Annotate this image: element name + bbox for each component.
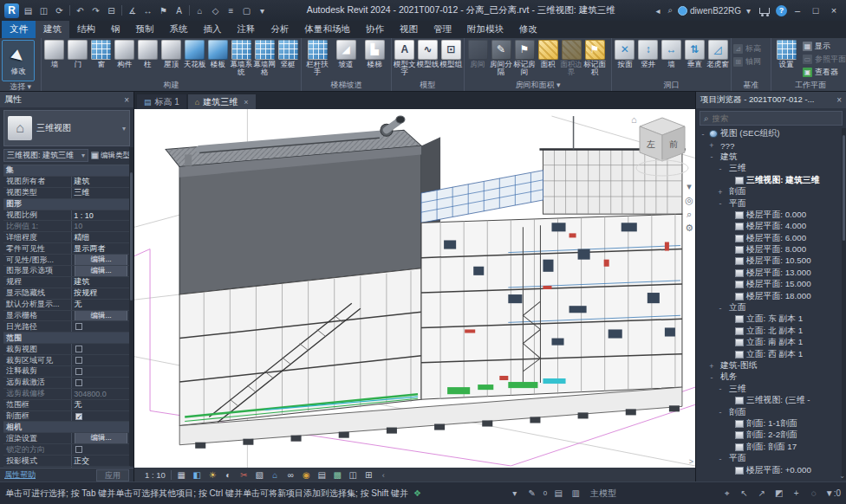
tree-item[interactable]: - 立面: [696, 302, 846, 313]
tree-item[interactable]: 楼层平面: 0.000: [696, 210, 846, 221]
steering-wheel-icon[interactable]: ◎: [685, 196, 693, 204]
temporary-view-properties-icon[interactable]: ▤: [316, 470, 328, 480]
property-row[interactable]: 集: [3, 165, 130, 177]
ribbon-button[interactable]: 屋顶: [160, 40, 183, 68]
view-tab-3d[interactable]: ⌂ 建筑三维 ×: [188, 94, 256, 109]
drag-on-selection-icon[interactable]: +: [791, 488, 803, 498]
property-row[interactable]: 注释裁剪: [3, 366, 130, 378]
ribbon-button[interactable]: 竖梃: [277, 40, 299, 68]
displacement-sets-icon[interactable]: ◫: [348, 470, 359, 480]
tree-expander-icon[interactable]: -: [717, 384, 724, 393]
tree-item[interactable]: - 视图 (SEC组织): [696, 128, 846, 139]
ribbon-button[interactable]: ◿ 老虎窗: [706, 40, 729, 68]
search-input[interactable]: [713, 113, 838, 123]
set-workplane-button[interactable]: 设置: [773, 40, 799, 80]
properties-close-icon[interactable]: ×: [124, 95, 129, 105]
tree-expander-icon[interactable]: +: [717, 188, 724, 197]
ribbon-button[interactable]: ▙ 楼梯: [361, 40, 388, 68]
ribbon-button[interactable]: ∿ 模型线: [417, 40, 439, 68]
tree-expander-icon[interactable]: -: [708, 373, 715, 382]
property-row[interactable]: 视图类型 三维: [3, 188, 130, 199]
zoom-tool-icon[interactable]: ⌕: [687, 210, 692, 218]
worksets-chevron-icon[interactable]: ▾: [509, 488, 521, 498]
tree-item[interactable]: - 平面: [696, 197, 846, 209]
property-row[interactable]: 裁剪视图: [3, 344, 130, 355]
text-icon[interactable]: A: [172, 3, 185, 17]
aligned-dimension-icon[interactable]: ↔: [141, 3, 154, 17]
properties-help-link[interactable]: 属性帮助: [4, 469, 36, 481]
user-menu-chevron-icon[interactable]: ▾: [744, 6, 753, 16]
help-icon[interactable]: ?: [776, 5, 787, 16]
property-row[interactable]: 渲染设置 编辑...: [3, 433, 130, 444]
tree-item[interactable]: 三维视图: 建筑三维: [696, 175, 846, 186]
type-selector[interactable]: ⌂ 三维视图 ▾: [3, 110, 130, 146]
property-row[interactable]: 详细程度 精细: [3, 232, 130, 243]
3d-building-model[interactable]: [134, 109, 695, 468]
browser-close-icon[interactable]: ×: [836, 95, 842, 105]
ribbon-tab[interactable]: 钢: [103, 21, 128, 38]
browser-scroll-chevron-icon[interactable]: ⌄: [839, 472, 845, 480]
ribbon-tab[interactable]: 协作: [358, 21, 392, 38]
editing-requests-icon[interactable]: ✎: [526, 488, 538, 498]
tree-item[interactable]: 楼层平面: 6.000: [696, 233, 846, 244]
ribbon-tab[interactable]: 文件: [2, 21, 36, 38]
apply-button[interactable]: 应用: [96, 469, 129, 481]
revit-logo-icon[interactable]: R: [4, 3, 19, 18]
ribbon-button[interactable]: 天花板: [183, 40, 205, 68]
redo-icon[interactable]: ↷: [89, 3, 102, 17]
tree-item[interactable]: 立面: 西 副本 1: [696, 348, 846, 359]
property-row[interactable]: 视图比例 1 : 10: [3, 210, 130, 222]
analytical-model-icon[interactable]: ▩: [332, 470, 343, 480]
search-icon[interactable]: ⌕: [665, 5, 675, 16]
undo-icon[interactable]: ↶: [74, 3, 87, 17]
ribbon-button[interactable]: 面积边界: [560, 40, 582, 76]
detail-level-icon[interactable]: ▦: [176, 470, 187, 480]
tree-item[interactable]: + 剖面: [696, 186, 846, 197]
tree-item[interactable]: + 建筑-图纸: [696, 360, 846, 372]
tree-expander-icon[interactable]: -: [708, 152, 715, 161]
show-workplane-button[interactable]: ▦ 显示: [801, 40, 846, 53]
property-row[interactable]: 比例值 1: 10: [3, 221, 130, 232]
property-row[interactable]: 投影模式 正交: [3, 456, 130, 467]
ribbon-tab[interactable]: 体量和场地: [297, 21, 359, 38]
tree-item[interactable]: 楼层平面: 15.000: [696, 279, 846, 290]
user-name[interactable]: diwenB22RG: [690, 6, 741, 16]
worksets-icon[interactable]: ▤: [552, 488, 564, 498]
property-row[interactable]: 显示隐藏线 按规程: [3, 288, 130, 300]
collapse-search-icon[interactable]: ◂: [653, 6, 662, 16]
sync-icon[interactable]: ⟳: [53, 3, 66, 17]
tree-item[interactable]: 剖面: 2-2剖面: [696, 430, 846, 441]
tree-item[interactable]: - 剖面: [696, 406, 846, 417]
ribbon-button[interactable]: ⇅ 垂直: [683, 40, 706, 68]
ribbon-tab[interactable]: 附加模块: [459, 21, 511, 38]
ribbon-button[interactable]: 墙: [43, 40, 66, 68]
property-row[interactable]: 锁定的方向: [3, 444, 130, 456]
default-3d-view-icon[interactable]: ⌂: [193, 3, 206, 17]
property-row[interactable]: 剖面框: [3, 411, 130, 423]
navbar-collapse-icon[interactable]: ▾: [687, 182, 692, 191]
save-icon[interactable]: ◫: [37, 3, 50, 17]
select-pinned-icon[interactable]: ↗: [756, 488, 768, 498]
property-row[interactable]: 图形显示选项 编辑...: [3, 266, 130, 277]
qat-customize-icon[interactable]: ▾: [256, 3, 269, 17]
ribbon-button[interactable]: 柱: [137, 40, 159, 68]
select-by-face-icon[interactable]: ◩: [773, 488, 785, 498]
edit-type-button[interactable]: ▦ 编辑类型: [91, 151, 130, 161]
reveal-hidden-elements-icon[interactable]: ◉: [301, 470, 312, 480]
canvas-corner-chevron-icon[interactable]: >: [689, 457, 693, 466]
lock-3d-view-icon[interactable]: ⌂: [270, 470, 281, 480]
tree-item[interactable]: - 机务: [696, 372, 846, 383]
sun-path-icon[interactable]: ☀: [207, 470, 218, 480]
ribbon-tab[interactable]: 结构: [69, 21, 103, 38]
instance-selector[interactable]: 三维视图: 建筑三维 ▾: [3, 149, 88, 162]
property-row[interactable]: 图形: [3, 199, 130, 210]
ribbon-button[interactable]: A 模型文字: [394, 40, 416, 76]
restore-button[interactable]: □: [808, 5, 823, 16]
tree-item[interactable]: 三维视图: (三维 -: [696, 395, 846, 406]
tree-expander-icon[interactable]: -: [700, 130, 706, 139]
tree-item[interactable]: - 建筑: [696, 152, 846, 163]
grid-button[interactable]: ⊞ 轴网: [732, 55, 771, 68]
ribbon-button[interactable]: 房间: [466, 40, 489, 68]
tree-item[interactable]: 立面: 北 副本 1: [696, 326, 846, 337]
tree-item[interactable]: 楼层平面: 4.000: [696, 221, 846, 232]
